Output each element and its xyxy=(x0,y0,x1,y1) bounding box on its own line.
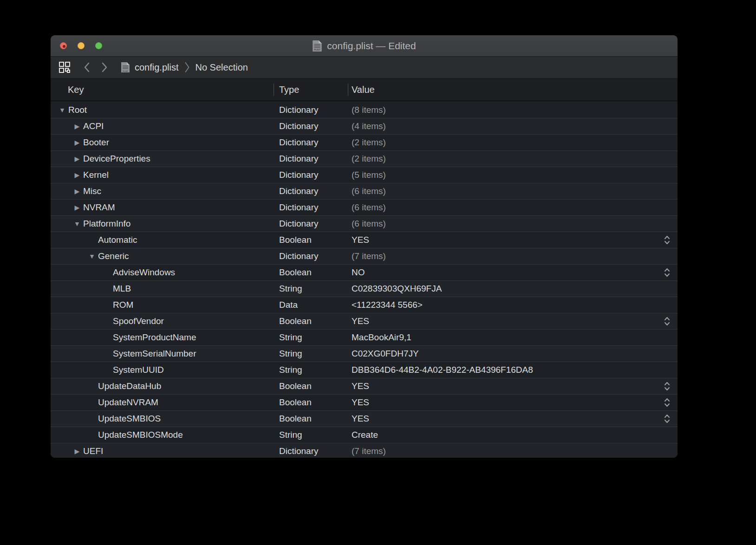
disclosure-expanded-icon[interactable]: ▼ xyxy=(58,106,66,114)
table-row[interactable]: SystemUUIDStringDBB364D6-44B2-4A02-B922-… xyxy=(51,362,678,378)
row-key: Misc xyxy=(83,186,101,196)
plist-doc-icon xyxy=(312,40,322,52)
table-row[interactable]: ROMData<11223344 5566> xyxy=(51,297,678,313)
jump-bar: config.plist No Selection xyxy=(51,57,678,78)
boolean-stepper[interactable] xyxy=(664,267,670,278)
boolean-stepper[interactable] xyxy=(664,397,670,408)
disclosure-collapsed-icon[interactable]: ▶ xyxy=(73,188,81,195)
table-row[interactable]: AdviseWindowsBooleanNO xyxy=(51,264,678,280)
row-value[interactable]: (7 items) xyxy=(352,251,386,261)
table-row[interactable]: ▶UEFIDictionary(7 items) xyxy=(51,443,678,458)
table-row[interactable]: SystemSerialNumberStringC02XG0FDH7JY xyxy=(51,345,678,362)
row-type[interactable]: String xyxy=(279,349,302,359)
boolean-stepper[interactable] xyxy=(664,316,670,326)
row-value[interactable]: C02839303QXH69FJA xyxy=(352,284,442,294)
row-type[interactable]: Dictionary xyxy=(279,251,318,261)
row-value[interactable]: C02XG0FDH7JY xyxy=(352,349,419,359)
forward-button[interactable] xyxy=(102,62,108,72)
row-value[interactable]: (4 items) xyxy=(352,121,386,131)
row-value[interactable]: YES xyxy=(352,381,369,391)
row-type[interactable]: Boolean xyxy=(279,235,312,245)
chevron-left-icon xyxy=(84,62,90,72)
row-value[interactable]: (5 items) xyxy=(352,170,386,180)
table-row[interactable]: ▶BooterDictionary(2 items) xyxy=(51,134,678,150)
row-type[interactable]: String xyxy=(279,284,302,294)
disclosure-collapsed-icon[interactable]: ▶ xyxy=(73,204,81,211)
disclosure-collapsed-icon[interactable]: ▶ xyxy=(73,155,81,162)
disclosure-collapsed-icon[interactable]: ▶ xyxy=(73,139,81,146)
table-row[interactable]: ▶MiscDictionary(6 items) xyxy=(51,183,678,199)
breadcrumb-file[interactable]: config.plist xyxy=(135,62,179,73)
boolean-stepper[interactable] xyxy=(664,381,670,391)
row-value[interactable]: Create xyxy=(352,430,378,440)
boolean-stepper[interactable] xyxy=(664,235,670,245)
row-type[interactable]: Dictionary xyxy=(279,105,318,115)
column-divider[interactable] xyxy=(348,84,348,96)
row-type[interactable]: Boolean xyxy=(279,316,312,326)
table-row[interactable]: ▶ACPIDictionary(4 items) xyxy=(51,118,678,134)
row-type[interactable]: String xyxy=(279,365,302,375)
table-row[interactable]: ▶DevicePropertiesDictionary(2 items) xyxy=(51,150,678,167)
row-value[interactable]: (2 items) xyxy=(352,137,386,148)
grid-squares-icon[interactable] xyxy=(59,61,71,73)
table-row[interactable]: SpoofVendorBooleanYES xyxy=(51,313,678,329)
row-type[interactable]: Dictionary xyxy=(279,170,318,180)
disclosure-expanded-icon[interactable]: ▼ xyxy=(73,220,81,227)
title-bar[interactable]: config.plist — Edited xyxy=(51,35,678,57)
disclosure-collapsed-icon[interactable]: ▶ xyxy=(73,123,81,130)
row-value[interactable]: (6 items) xyxy=(352,202,386,213)
row-value[interactable]: YES xyxy=(352,397,369,408)
row-type[interactable]: Dictionary xyxy=(279,186,318,196)
row-value[interactable]: YES xyxy=(352,316,369,326)
row-type[interactable]: Boolean xyxy=(279,381,312,391)
table-row[interactable]: ▶NVRAMDictionary(6 items) xyxy=(51,199,678,215)
table-row[interactable]: ▼GenericDictionary(7 items) xyxy=(51,248,678,264)
row-type[interactable]: Dictionary xyxy=(279,154,318,164)
table-row[interactable]: AutomaticBooleanYES xyxy=(51,232,678,248)
row-type[interactable]: Dictionary xyxy=(279,137,318,148)
table-row[interactable]: ▶KernelDictionary(5 items) xyxy=(51,167,678,183)
row-value[interactable]: <11223344 5566> xyxy=(352,300,423,310)
close-button[interactable] xyxy=(60,42,67,49)
row-type[interactable]: String xyxy=(279,430,302,440)
table-row[interactable]: UpdateSMBIOSBooleanYES xyxy=(51,410,678,427)
table-row[interactable]: UpdateNVRAMBooleanYES xyxy=(51,394,678,410)
row-value[interactable]: MacBookAir9,1 xyxy=(352,332,411,343)
breadcrumb-selection[interactable]: No Selection xyxy=(196,62,248,73)
disclosure-collapsed-icon[interactable]: ▶ xyxy=(73,448,81,455)
row-value[interactable]: DBB364D6-44B2-4A02-B922-AB4396F16DA8 xyxy=(352,365,533,375)
row-value[interactable]: (2 items) xyxy=(352,154,386,164)
back-button[interactable] xyxy=(84,62,90,72)
row-type[interactable]: Data xyxy=(279,300,298,310)
boolean-stepper[interactable] xyxy=(664,414,670,424)
row-value[interactable]: YES xyxy=(352,414,369,424)
table-row[interactable]: UpdateDataHubBooleanYES xyxy=(51,378,678,394)
row-value[interactable]: (6 items) xyxy=(352,219,386,229)
edited-dot xyxy=(63,45,65,48)
row-value[interactable]: YES xyxy=(352,235,369,245)
table-row[interactable]: MLBStringC02839303QXH69FJA xyxy=(51,280,678,297)
table-row[interactable]: ▼PlatformInfoDictionary(6 items) xyxy=(51,215,678,232)
row-value[interactable]: (7 items) xyxy=(352,446,386,456)
disclosure-expanded-icon[interactable]: ▼ xyxy=(88,253,96,260)
row-type[interactable]: Boolean xyxy=(279,267,312,278)
minimize-button[interactable] xyxy=(78,42,85,49)
table-row[interactable]: UpdateSMBIOSModeStringCreate xyxy=(51,427,678,443)
row-type[interactable]: Dictionary xyxy=(279,219,318,229)
table-row[interactable]: ▼RootDictionary(8 items) xyxy=(51,102,678,118)
row-type[interactable]: Boolean xyxy=(279,414,312,424)
row-type[interactable]: String xyxy=(279,332,302,343)
up-down-chevrons-icon xyxy=(664,235,670,245)
row-type[interactable]: Boolean xyxy=(279,397,312,408)
zoom-button[interactable] xyxy=(95,42,102,49)
row-type[interactable]: Dictionary xyxy=(279,202,318,213)
column-divider[interactable] xyxy=(274,84,274,96)
row-value[interactable]: NO xyxy=(352,267,365,278)
row-value[interactable]: (6 items) xyxy=(352,186,386,196)
table-row[interactable]: SystemProductNameStringMacBookAir9,1 xyxy=(51,329,678,345)
row-value[interactable]: (8 items) xyxy=(352,105,386,115)
row-type[interactable]: Dictionary xyxy=(279,446,318,456)
up-down-chevrons-icon xyxy=(664,397,670,408)
row-type[interactable]: Dictionary xyxy=(279,121,318,131)
disclosure-collapsed-icon[interactable]: ▶ xyxy=(73,171,81,179)
